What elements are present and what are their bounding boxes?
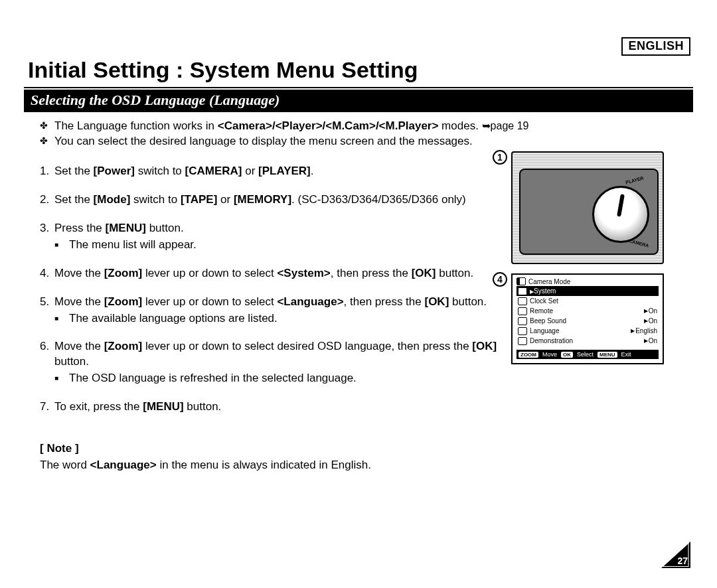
osd-row-value: ▶On xyxy=(644,307,657,315)
osd-row-icon xyxy=(518,307,527,315)
step-3: Press the [MENU] button. The menu list w… xyxy=(40,221,531,253)
osd-row-label: Clock Set xyxy=(530,297,657,305)
t: The OSD language is refreshed in the sel… xyxy=(54,371,531,386)
t: . (SC-D363/D364/D365/D366 only) xyxy=(291,193,466,206)
t: Set the xyxy=(54,193,94,206)
t: <Language> xyxy=(277,295,343,308)
text: modes. xyxy=(438,119,481,132)
osd-row-value: ▶On xyxy=(644,337,657,344)
step-1: Set the [Power] switch to [CAMERA] or [P… xyxy=(40,164,531,179)
step-3-sub: The menu list will appear. xyxy=(54,238,531,253)
t: Move the xyxy=(54,340,104,352)
steps-list: Set the [Power] switch to [CAMERA] or [P… xyxy=(40,164,531,415)
menu-tag: MENU xyxy=(598,352,617,358)
zoom-label: Move xyxy=(542,351,557,358)
osd-row-value: ▶English xyxy=(631,327,657,334)
page-title: Initial Setting : System Menu Setting xyxy=(28,57,693,83)
t: The menu list will appear. xyxy=(54,238,531,253)
step-5-sub: The available language options are liste… xyxy=(54,311,531,327)
ok-label: Select xyxy=(577,351,594,358)
t: [PLAYER] xyxy=(258,165,311,177)
t: [Zoom] xyxy=(104,340,143,352)
t: Set the xyxy=(54,165,94,177)
osd-row-value: ▶On xyxy=(644,317,657,325)
illustration-column: 1 PLAYER CAMERA 4 Camera Mode ▶SystemClo… xyxy=(511,151,684,374)
osd-row-label: Remote xyxy=(530,307,641,315)
osd-row-label: ▶System xyxy=(530,287,657,295)
t: [Mode] xyxy=(94,193,131,206)
step-4: Move the [Zoom] lever up or down to sele… xyxy=(40,266,531,281)
t: Move the xyxy=(54,295,104,308)
osd-row: Demonstration▶On xyxy=(517,336,659,346)
osd-row-label: Beep Sound xyxy=(530,317,641,325)
osd-row: Clock Set xyxy=(517,296,659,306)
t: <System> xyxy=(277,267,330,279)
page-corner-badge: 27 xyxy=(661,542,690,568)
illustration-4: 4 Camera Mode ▶SystemClock SetRemote▶OnB… xyxy=(511,273,684,364)
t: , then press the xyxy=(344,295,425,308)
t: . xyxy=(311,165,314,177)
osd-row: Beep Sound▶On xyxy=(517,316,659,326)
t: <Language> xyxy=(90,459,157,471)
osd-row: ▶System xyxy=(517,286,659,296)
t: [CAMERA] xyxy=(185,165,242,177)
t: button. xyxy=(449,295,487,308)
t: lever up or down to select xyxy=(142,267,277,279)
t: [OK] xyxy=(472,340,497,352)
t: button. xyxy=(146,222,184,234)
text-bold: <Camera>/<Player>/<M.Cam>/<M.Player> xyxy=(218,119,439,132)
t: [TAPE] xyxy=(181,193,217,206)
t: Press the xyxy=(54,222,106,234)
camera-mode-icon xyxy=(517,277,526,285)
osd-row-icon xyxy=(518,297,527,305)
section-heading: Selecting the OSD Language (Language) xyxy=(24,90,693,112)
menu-label: Exit xyxy=(621,351,631,358)
osd-row-icon xyxy=(518,327,527,335)
manual-page: ENGLISH Initial Setting : System Menu Se… xyxy=(0,0,717,588)
t: [Zoom] xyxy=(104,267,143,279)
osd-row-icon xyxy=(518,287,527,295)
power-dial-icon xyxy=(592,186,649,243)
intro-bullet-2: You can select the desired language to d… xyxy=(40,134,685,149)
t: [MEMORY] xyxy=(234,193,291,206)
step-7: To exit, press the [MENU] button. xyxy=(40,400,531,415)
osd-footer: ZOOMMove OKSelect MENUExit xyxy=(517,350,659,359)
t: in the menu is always indicated in Engli… xyxy=(157,459,371,471)
osd-title-row: Camera Mode xyxy=(517,277,659,285)
t: [Zoom] xyxy=(104,295,143,308)
t: [MENU] xyxy=(106,222,146,234)
intro-bullets: The Language function works in <Camera>/… xyxy=(40,119,685,149)
page-number: 27 xyxy=(677,555,688,566)
intro-bullet-1: The Language function works in <Camera>/… xyxy=(40,119,685,134)
t: switch to xyxy=(135,165,185,177)
t: switch to xyxy=(130,193,181,206)
t: button. xyxy=(54,355,89,368)
t: [OK] xyxy=(412,267,436,279)
t: The available language options are liste… xyxy=(54,311,531,327)
osd-row: Remote▶On xyxy=(517,306,659,316)
step-badge-1: 1 xyxy=(493,150,507,165)
t: Move the xyxy=(54,267,104,279)
t: , then press the xyxy=(331,267,412,279)
title-rule xyxy=(24,87,693,88)
osd-row-label: Demonstration xyxy=(530,337,641,344)
t: button. xyxy=(184,400,222,413)
note-heading: [ Note ] xyxy=(40,441,685,457)
t: or xyxy=(242,165,258,177)
osd-row-icon xyxy=(518,337,527,345)
t: To exit, press the xyxy=(54,400,143,413)
t: or xyxy=(217,193,234,206)
illustration-1: 1 PLAYER CAMERA xyxy=(511,151,684,264)
step-6-sub: The OSD language is refreshed in the sel… xyxy=(54,371,531,386)
t: lever up or down to select desired OSD l… xyxy=(142,340,472,352)
osd-row-label: Language xyxy=(530,327,628,334)
step-5: Move the [Zoom] lever up or down to sele… xyxy=(40,295,531,327)
step-badge-4: 4 xyxy=(493,272,507,287)
osd-row: Language▶English xyxy=(517,326,659,336)
step-2: Set the [Mode] switch to [TAPE] or [MEMO… xyxy=(40,192,531,208)
osd-row-icon xyxy=(518,317,527,325)
t: lever up or down to select xyxy=(142,295,277,308)
t: [OK] xyxy=(424,295,449,308)
osd-menu-list: ▶SystemClock SetRemote▶OnBeep Sound▶OnLa… xyxy=(517,286,659,346)
ok-tag: OK xyxy=(561,352,573,358)
